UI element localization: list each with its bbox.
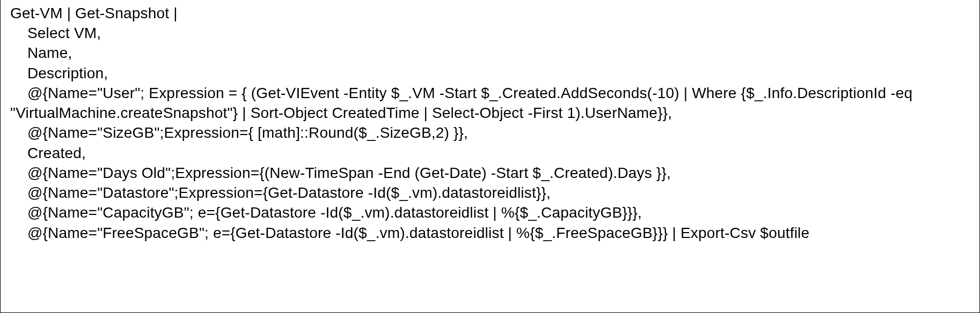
code-line-3: Name,: [10, 44, 72, 61]
code-line-8: @{Name="Days Old";Expression={(New-TimeS…: [10, 165, 671, 181]
code-line-4: Description,: [10, 65, 108, 81]
code-line-2: Select VM,: [10, 25, 101, 41]
code-container: Get-VM | Get-Snapshot | Select VM, Name,…: [0, 0, 980, 313]
code-line-9: @{Name="Datastore";Expression={Get-Datas…: [10, 184, 551, 201]
code-line-11: @{Name="FreeSpaceGB"; e={Get-Datastore -…: [10, 225, 809, 241]
code-line-6: @{Name="SizeGB";Expression={ [math]::Rou…: [10, 124, 468, 141]
code-line-10: @{Name="CapacityGB"; e={Get-Datastore -I…: [10, 204, 642, 221]
code-line-5: @{Name="User"; Expression = { (Get-VIEve…: [10, 85, 917, 121]
powershell-code-block: Get-VM | Get-Snapshot | Select VM, Name,…: [10, 3, 973, 243]
code-line-7: Created,: [10, 145, 86, 161]
code-line-1: Get-VM | Get-Snapshot |: [10, 5, 178, 21]
